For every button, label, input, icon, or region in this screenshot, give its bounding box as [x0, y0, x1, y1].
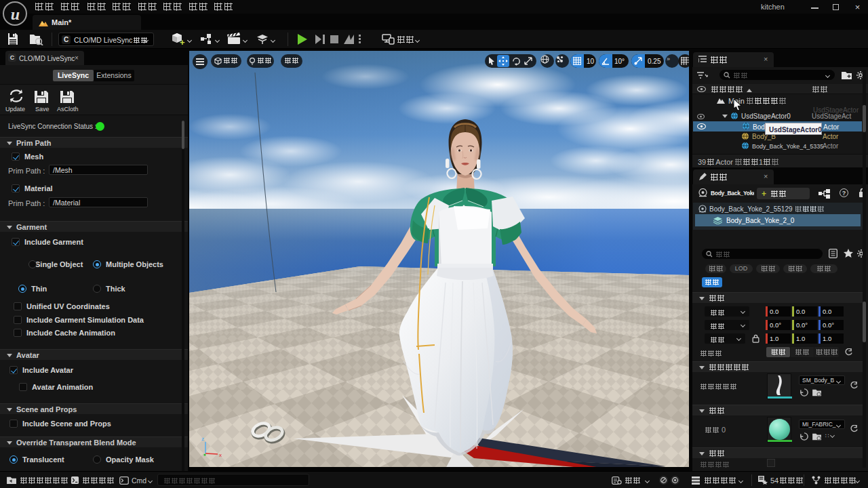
svg-text:x: x: [219, 452, 222, 458]
svg-text:u: u: [11, 5, 20, 23]
svg-text:+: +: [180, 37, 185, 46]
svg-text:z: z: [201, 436, 204, 442]
